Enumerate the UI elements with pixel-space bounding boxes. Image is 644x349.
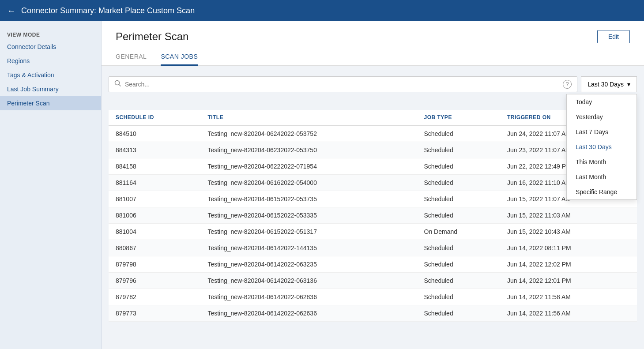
cell-scheduleid: 879796	[109, 273, 200, 289]
table-row[interactable]: 879798Testing_new-820204-06142022-063235…	[109, 256, 637, 273]
main-layout: View Mode Connector DetailsRegionsTags &…	[0, 21, 644, 349]
table-row[interactable]: 879796Testing_new-820204-06142022-063136…	[109, 273, 637, 289]
cell-title: Testing_new-820204-06142022-062836	[200, 289, 417, 305]
date-filter-label: Last 30 Days	[588, 81, 624, 88]
cell-jobtype: Scheduled	[417, 142, 500, 158]
cell-jobtype: Scheduled	[417, 289, 500, 305]
chevron-down-icon: ▾	[627, 81, 630, 88]
search-row: ? Last 30 Days ▾ TodayYesterdayLast 7 Da…	[109, 73, 637, 98]
cell-jobtype: Scheduled	[417, 240, 500, 256]
cell-scheduleid: 880867	[109, 240, 200, 256]
cell-jobtype: Scheduled	[417, 305, 500, 322]
date-filter-button[interactable]: Last 30 Days ▾	[581, 76, 637, 92]
table-row[interactable]: 881006Testing_new-820204-06152022-053335…	[109, 207, 637, 224]
cell-title: Testing_new-820204-06142022-062636	[200, 305, 417, 322]
pagination-info: 1 - 50 of	[109, 98, 637, 110]
cell-triggeredon: Jun 14, 2022 11:58 AM	[500, 289, 637, 305]
search-input[interactable]	[125, 81, 559, 88]
sidebar-item-connector-details[interactable]: Connector Details	[0, 40, 101, 54]
dropdown-item-this-month[interactable]: This Month	[567, 154, 636, 169]
cell-triggeredon: Jun 14, 2022 11:56 AM	[500, 305, 637, 322]
cell-title: Testing_new-820204-06242022-053752	[200, 125, 417, 142]
back-button[interactable]: ←	[7, 6, 16, 16]
dropdown-item-last-month[interactable]: Last Month	[567, 169, 636, 184]
search-icon	[114, 80, 121, 89]
help-icon[interactable]: ?	[563, 80, 572, 89]
table-row[interactable]: 879773Testing_new-820204-06142022-062636…	[109, 305, 637, 322]
search-container: ?	[109, 76, 577, 92]
scan-jobs-panel: ? Last 30 Days ▾ TodayYesterdayLast 7 Da…	[102, 66, 644, 349]
cell-triggeredon: Jun 14, 2022 08:11 PM	[500, 240, 637, 256]
page-heading: Connector Summary: Market Place Custom S…	[21, 6, 195, 15]
dropdown-item-specific-range[interactable]: Specific Range	[567, 184, 636, 199]
cell-scheduleid: 879773	[109, 305, 200, 322]
table-row[interactable]: 879782Testing_new-820204-06142022-062836…	[109, 289, 637, 305]
cell-title: Testing_new-820204-06222022-071954	[200, 158, 417, 175]
tab-general[interactable]: GENERAL	[116, 49, 147, 66]
table-row[interactable]: 881007Testing_new-820204-06152022-053735…	[109, 191, 637, 207]
cell-triggeredon: Jun 14, 2022 12:01 PM	[500, 273, 637, 289]
cell-scheduleid: 884158	[109, 158, 200, 175]
sidebar-section-label: View Mode	[0, 28, 101, 40]
svg-line-1	[119, 85, 121, 86]
cell-title: Testing_new-820204-06142022-144135	[200, 240, 417, 256]
date-filter-dropdown-container: Last 30 Days ▾ TodayYesterdayLast 7 Days…	[581, 76, 637, 92]
cell-scheduleid: 881004	[109, 224, 200, 240]
cell-scheduleid: 879798	[109, 256, 200, 273]
cell-title: Testing_new-820204-06152022-053335	[200, 207, 417, 224]
table-row[interactable]: 884510Testing_new-820204-06242022-053752…	[109, 125, 637, 142]
table-row[interactable]: 881004Testing_new-820204-06152022-051317…	[109, 224, 637, 240]
cell-title: Testing_new-820204-06152022-051317	[200, 224, 417, 240]
cell-title: Testing_new-820204-06152022-053735	[200, 191, 417, 207]
cell-scheduleid: 884510	[109, 125, 200, 142]
sidebar-item-last-job-summary[interactable]: Last Job Summary	[0, 82, 101, 96]
cell-jobtype: Scheduled	[417, 175, 500, 191]
cell-title: Testing_new-820204-06162022-054000	[200, 175, 417, 191]
table-row[interactable]: 884313Testing_new-820204-06232022-053750…	[109, 142, 637, 158]
top-bar: ← Connector Summary: Market Place Custom…	[0, 0, 644, 21]
col-header-job-type[interactable]: JOB TYPE	[417, 110, 500, 125]
cell-jobtype: Scheduled	[417, 256, 500, 273]
cell-jobtype: Scheduled	[417, 158, 500, 175]
sidebar-item-tags-activation[interactable]: Tags & Activation	[0, 68, 101, 82]
content-area: Perimeter Scan Edit GENERALSCAN JOBS	[102, 21, 644, 349]
sidebar: View Mode Connector DetailsRegionsTags &…	[0, 21, 102, 349]
cell-triggeredon: Jun 15, 2022 10:43 AM	[500, 224, 637, 240]
cell-title: Testing_new-820204-06142022-063136	[200, 273, 417, 289]
cell-title: Testing_new-820204-06142022-063235	[200, 256, 417, 273]
tab-scan-jobs[interactable]: SCAN JOBS	[161, 49, 198, 66]
date-dropdown-menu: TodayYesterdayLast 7 DaysLast 30 DaysThi…	[566, 94, 637, 200]
cell-jobtype: Scheduled	[417, 191, 500, 207]
cell-jobtype: Scheduled	[417, 273, 500, 289]
sidebar-item-perimeter-scan[interactable]: Perimeter Scan	[0, 96, 101, 110]
col-header-title[interactable]: TITLE	[200, 110, 417, 125]
cell-title: Testing_new-820204-06232022-053750	[200, 142, 417, 158]
col-header-schedule-id[interactable]: SCHEDULE ID	[109, 110, 200, 125]
cell-scheduleid: 881007	[109, 191, 200, 207]
sidebar-item-regions[interactable]: Regions	[0, 54, 101, 68]
tabs-bar: GENERALSCAN JOBS	[102, 49, 644, 66]
cell-scheduleid: 879782	[109, 289, 200, 305]
cell-jobtype: On Demand	[417, 224, 500, 240]
jobs-table: SCHEDULE IDTITLEJOB TYPETRIGGERED ON 884…	[109, 110, 637, 322]
cell-jobtype: Scheduled	[417, 207, 500, 224]
edit-button[interactable]: Edit	[597, 30, 630, 43]
cell-scheduleid: 881164	[109, 175, 200, 191]
page-header: Perimeter Scan Edit	[102, 21, 644, 43]
cell-scheduleid: 881006	[109, 207, 200, 224]
cell-triggeredon: Jun 15, 2022 11:03 AM	[500, 207, 637, 224]
table-row[interactable]: 880867Testing_new-820204-06142022-144135…	[109, 240, 637, 256]
cell-triggeredon: Jun 14, 2022 12:02 PM	[500, 256, 637, 273]
cell-jobtype: Scheduled	[417, 125, 500, 142]
dropdown-item-today[interactable]: Today	[567, 94, 636, 109]
dropdown-item-last-30-days[interactable]: Last 30 Days	[567, 139, 636, 154]
dropdown-item-last-7-days[interactable]: Last 7 Days	[567, 124, 636, 139]
table-row[interactable]: 884158Testing_new-820204-06222022-071954…	[109, 158, 637, 175]
cell-scheduleid: 884313	[109, 142, 200, 158]
table-row[interactable]: 881164Testing_new-820204-06162022-054000…	[109, 175, 637, 191]
page-title: Perimeter Scan	[116, 30, 188, 43]
dropdown-item-yesterday[interactable]: Yesterday	[567, 109, 636, 124]
